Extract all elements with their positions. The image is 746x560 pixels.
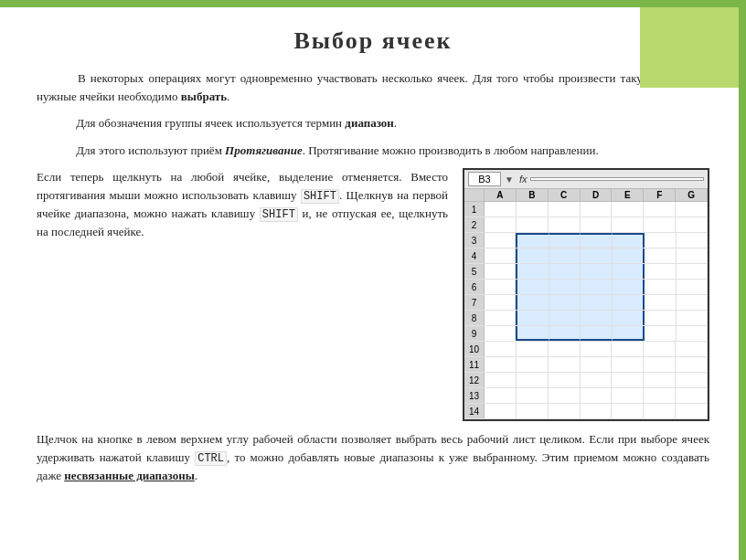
ss-cell[interactable] (549, 233, 581, 248)
ss-cell[interactable] (676, 217, 708, 232)
ss-cell[interactable] (581, 388, 613, 403)
ss-cell[interactable] (549, 388, 581, 403)
ss-cell[interactable] (517, 373, 549, 387)
ss-cell[interactable] (485, 388, 517, 403)
ss-cell[interactable] (645, 326, 676, 341)
ss-cell[interactable] (549, 373, 581, 387)
ss-cell[interactable] (517, 217, 549, 232)
ss-cell[interactable] (644, 342, 676, 356)
ss-cell[interactable] (677, 295, 708, 310)
ss-cell[interactable] (581, 280, 612, 294)
ss-cell[interactable] (516, 326, 549, 341)
ss-cell[interactable] (517, 342, 549, 356)
ss-cell[interactable] (549, 342, 581, 356)
ss-cell[interactable] (676, 388, 708, 403)
ss-cell[interactable] (677, 248, 708, 263)
ss-cell[interactable] (676, 202, 708, 217)
ss-cell[interactable] (549, 295, 581, 310)
ss-cell[interactable] (485, 202, 517, 217)
ss-cell[interactable] (581, 248, 612, 263)
dropdown-arrow[interactable]: ▼ (505, 174, 514, 185)
ss-cell[interactable] (581, 233, 612, 248)
ss-cell[interactable] (613, 295, 645, 310)
ss-cell[interactable] (612, 373, 644, 387)
ss-cell[interactable] (612, 342, 644, 356)
ss-cell[interactable] (549, 202, 581, 217)
ss-cell[interactable] (676, 342, 708, 356)
ss-cell[interactable] (549, 280, 581, 294)
ss-cell[interactable] (549, 404, 581, 418)
ss-cell[interactable] (645, 311, 676, 325)
ss-cell[interactable] (549, 357, 581, 372)
ss-cell[interactable] (581, 217, 613, 232)
ss-cell[interactable] (581, 404, 613, 418)
ss-cell[interactable] (485, 264, 516, 279)
ss-cell[interactable] (581, 326, 612, 341)
ss-cell[interactable] (549, 311, 581, 325)
ss-cell[interactable] (644, 357, 676, 372)
ss-cell[interactable] (644, 217, 676, 232)
ss-cell[interactable] (613, 233, 645, 248)
ss-cell[interactable] (485, 326, 516, 341)
ss-cell[interactable] (644, 404, 676, 418)
ss-cell[interactable] (517, 404, 549, 418)
ss-cell[interactable] (516, 248, 549, 263)
ss-cell[interactable] (516, 311, 549, 325)
ss-cell[interactable] (677, 280, 708, 294)
ss-cell[interactable] (485, 295, 516, 310)
ss-cell[interactable] (677, 311, 708, 325)
ss-cell[interactable] (644, 373, 676, 387)
ss-cell[interactable] (645, 248, 676, 263)
ss-cell[interactable] (516, 264, 549, 279)
ss-cell[interactable] (645, 264, 676, 279)
ss-cell[interactable] (485, 311, 516, 325)
ss-cell[interactable] (485, 233, 516, 248)
ss-cell[interactable] (677, 326, 708, 341)
ss-cell[interactable] (517, 357, 549, 372)
ss-cell[interactable] (613, 326, 645, 341)
ss-cell[interactable] (485, 217, 517, 232)
ss-cell[interactable] (581, 342, 613, 356)
ss-cell[interactable] (677, 264, 708, 279)
formula-bar[interactable] (530, 177, 704, 181)
ss-cell[interactable] (485, 280, 516, 294)
ss-cell[interactable] (612, 202, 644, 217)
ss-cell[interactable] (676, 357, 708, 372)
ss-cell[interactable] (517, 388, 549, 403)
ss-cell[interactable] (612, 404, 644, 418)
ss-cell[interactable] (613, 280, 645, 294)
ss-cell[interactable] (645, 233, 676, 248)
ss-cell[interactable] (485, 342, 517, 356)
ss-cell[interactable] (676, 404, 708, 418)
ss-cell[interactable] (581, 373, 613, 387)
ss-cell[interactable] (612, 217, 644, 232)
ss-cell[interactable] (549, 217, 581, 232)
ss-cell[interactable] (581, 202, 613, 217)
ss-cell[interactable] (581, 264, 612, 279)
ss-cell[interactable] (644, 202, 676, 217)
ss-cell[interactable] (612, 357, 644, 372)
ss-cell[interactable] (581, 295, 612, 310)
ss-cell[interactable] (613, 248, 645, 263)
ss-cell[interactable] (677, 233, 708, 248)
ss-cell[interactable] (645, 280, 676, 294)
ss-cell[interactable] (581, 311, 612, 325)
ss-cell[interactable] (516, 233, 549, 248)
ss-cell[interactable] (485, 357, 517, 372)
ss-cell[interactable] (485, 373, 517, 387)
ss-cell[interactable] (676, 373, 708, 387)
ss-cell[interactable] (516, 280, 549, 294)
ss-cell[interactable] (485, 248, 516, 263)
ss-cell[interactable] (612, 388, 644, 403)
ss-cell[interactable] (613, 264, 645, 279)
ss-cell[interactable] (549, 326, 581, 341)
ss-cell[interactable] (613, 311, 645, 325)
ss-cell[interactable] (549, 248, 581, 263)
ss-cell[interactable] (644, 388, 676, 403)
ss-cell[interactable] (517, 202, 549, 217)
ss-cell[interactable] (485, 404, 517, 418)
ss-cell[interactable] (549, 264, 581, 279)
ss-cell[interactable] (516, 295, 549, 310)
ss-cell[interactable] (581, 357, 613, 372)
ss-cell[interactable] (645, 295, 676, 310)
